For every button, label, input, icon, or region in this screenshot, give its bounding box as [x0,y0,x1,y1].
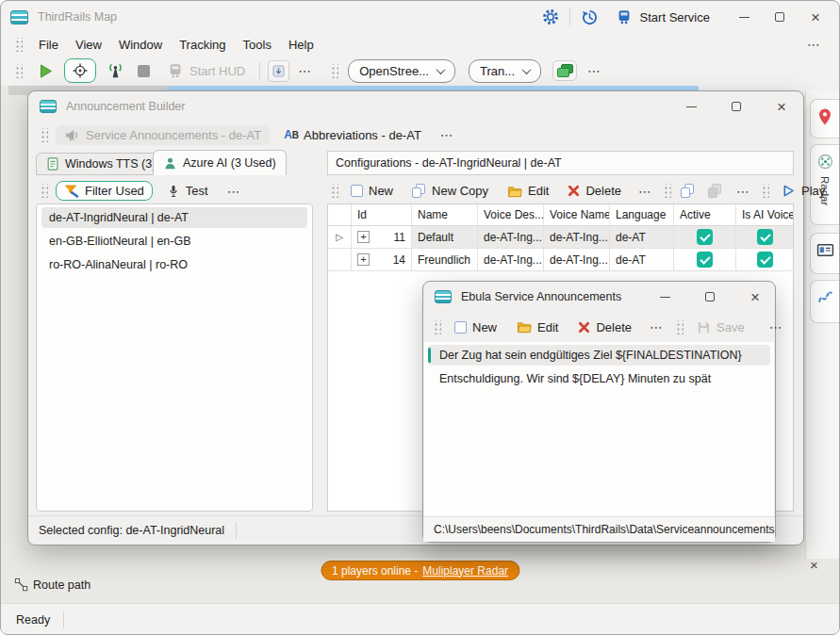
builder-maximize-button[interactable] [718,94,754,119]
voice-item[interactable]: de-AT-IngridNeural | de-AT [41,207,307,228]
checkbox-checked-icon[interactable] [697,252,713,268]
voice-item[interactable]: ro-RO-AlinaNeural | ro-RO [41,254,307,275]
side-tab-locations[interactable] [810,99,839,138]
menu-file[interactable]: File [30,35,67,55]
config-play-button[interactable]: Play [775,181,832,201]
toolbar-drag-handle-2[interactable] [330,64,338,78]
config-toolbar-overflow-icon[interactable]: ⋯ [634,182,657,201]
ebula-delete-button[interactable]: Delete [571,318,638,337]
announcement-item[interactable]: Entschuldigung. Wir sind ${DELAY} Minute… [428,368,770,389]
menu-window[interactable]: Window [110,35,171,55]
track-position-toggle[interactable] [64,58,96,83]
voice-item[interactable]: en-GB-ElliotNeural | en-GB [41,231,307,252]
maximize-button[interactable] [762,5,798,29]
ebula-toolbar-overflow-icon[interactable]: ⋯ [645,318,668,336]
table-row[interactable]: ▷ + 11 Default de-AT-Ing... de-AT-Ing...… [328,226,793,249]
menu-view[interactable]: View [67,35,110,55]
close-button[interactable]: × [798,5,833,29]
layers-button[interactable] [552,60,577,81]
new-document-icon [351,185,363,197]
builder-close-button[interactable]: × [764,94,799,119]
multiplayer-radar-link[interactable]: Muliplayer Radar [422,564,508,578]
builder-toolbar-drag-handle[interactable] [40,128,48,142]
abbreviations-button[interactable]: AB Abbreviations - de-AT [277,125,428,145]
filter-used-toggle[interactable]: Filter Used [56,181,153,201]
col-header-voice-des[interactable]: Voice Des... [478,204,544,225]
checkbox-checked-icon[interactable] [757,252,773,268]
ebula-toolbar-drag-handle[interactable] [433,320,441,334]
row-indicator: ▷ [328,226,352,248]
stop-icon [138,65,150,77]
history-icon[interactable] [570,8,609,26]
ebula-new-button[interactable]: New [448,318,503,337]
menubar-overflow-icon[interactable]: ⋯ [802,35,826,54]
test-voice-label: Test [186,184,208,198]
col-header-id[interactable]: Id [352,204,412,225]
ebula-minimize-button[interactable] [647,285,683,309]
panel-close-icon[interactable]: × [810,557,818,573]
ebula-edit-button[interactable]: Edit [510,318,565,337]
config-toolbar-drag-handle[interactable] [330,184,338,198]
start-service-button[interactable]: Start Service [609,6,716,28]
config-new-copy-button[interactable]: New Copy [405,181,495,201]
save-icon [697,320,711,334]
expand-icon[interactable]: + [357,253,370,266]
col-header-active[interactable]: Active [674,204,736,225]
tab-azure-ai[interactable]: Azure AI (3 Used) [153,150,287,175]
start-hud-button[interactable]: Start HUD [160,59,252,82]
cell-active [674,249,736,270]
expand-icon[interactable]: + [357,231,370,243]
toolbar-drag-handle[interactable] [14,64,23,78]
settings-gear-icon[interactable] [532,8,569,26]
run-button[interactable] [32,60,60,82]
players-online-badge[interactable]: 1 players online - Muliplayer Radar [321,561,519,580]
stop-button[interactable] [131,62,156,80]
col-header-is-ai-voice[interactable]: Is AI Voice [736,204,793,225]
checkbox-checked-icon[interactable] [757,229,773,245]
table-row[interactable]: + 14 Freundlich de-AT-Ing... de-AT-Ing..… [328,249,793,271]
config-copy-button[interactable] [677,181,699,201]
col-header-language[interactable]: Language [610,204,674,225]
ebula-toolbar-drag-handle-2[interactable] [675,320,684,334]
menu-help[interactable]: Help [280,35,322,55]
toolbar-overflow-icon[interactable]: ⋯ [293,61,317,80]
tab-windows-tts[interactable]: Windows TTS (3) [36,153,166,175]
service-announcements-button[interactable]: Service Announcements - de-AT [56,125,270,145]
config-delete-button[interactable]: Delete [561,181,628,201]
minimize-button[interactable] [726,5,762,29]
ebula-toolbar-overflow-icon-2[interactable]: ⋯ [765,318,788,336]
config-paste-button[interactable] [704,181,726,201]
config-toolbar-drag-handle-2[interactable] [663,184,671,198]
config-edit-button[interactable]: Edit [501,181,555,201]
col-header-name[interactable]: Name [412,204,478,225]
config-toolbar-overflow-icon-2[interactable]: ⋯ [732,182,755,201]
download-frame-button[interactable] [268,60,289,82]
side-tab-route[interactable] [810,280,839,323]
builder-minimize-button[interactable] [673,94,709,119]
col-header-voice-name[interactable]: Voice Name [544,204,610,225]
ebula-announcements-list: Der Zug hat sein endgültiges Ziel ${FINA… [424,342,774,516]
toolbar-overflow-icon-2[interactable]: ⋯ [583,61,606,80]
voices-toolbar-overflow-icon[interactable]: ⋯ [222,182,246,201]
ebula-save-button[interactable]: Save [690,318,751,337]
ebula-new-label: New [472,320,497,334]
test-voice-button[interactable]: Test [160,181,215,202]
config-new-button[interactable]: New [344,181,400,201]
config-toolbar-drag-handle-3[interactable] [761,184,769,198]
map-layer-dropdown[interactable]: Tran... [469,59,541,83]
ebula-close-button[interactable]: × [737,285,773,309]
menubar-drag-handle[interactable] [14,38,23,52]
cell-voice-des: de-AT-Ing... [478,249,544,270]
broadcast-button[interactable] [100,59,131,83]
menu-tools[interactable]: Tools [235,35,280,55]
ebula-maximize-button[interactable] [692,285,728,309]
announcement-item[interactable]: Der Zug hat sein endgültiges Ziel ${FINA… [428,345,770,366]
menu-tracking[interactable]: Tracking [171,35,234,55]
checkbox-checked-icon[interactable] [697,229,713,245]
ebula-save-label: Save [716,320,745,334]
route-path-label: Route path [33,578,91,592]
voices-toolbar-drag-handle[interactable] [40,184,48,198]
side-tab-idcard[interactable] [810,233,839,274]
map-source-dropdown[interactable]: OpenStree... [348,59,455,83]
builder-toolbar-overflow-icon[interactable]: ⋯ [436,125,459,144]
